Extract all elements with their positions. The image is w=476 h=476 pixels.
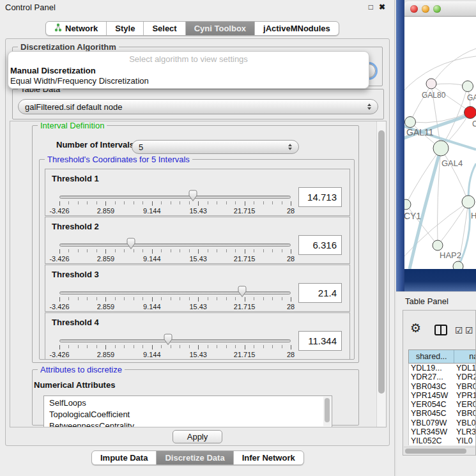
threshold-label: Threshold 4	[52, 318, 99, 327]
node-gcy1[interactable]	[404, 199, 411, 210]
slider-thumb[interactable]	[127, 238, 136, 250]
slider-thumb[interactable]	[237, 286, 247, 298]
node-gal4[interactable]	[433, 141, 449, 156]
threshold-value-field[interactable]: 14.713	[298, 187, 342, 207]
table-cell[interactable]: YER0	[455, 400, 476, 409]
table-cell[interactable]: YBR043C	[409, 382, 455, 391]
slider-major-tick	[291, 249, 291, 254]
table-cell[interactable]: YDL1	[455, 364, 476, 372]
table-cell[interactable]: YPR1	[455, 391, 476, 400]
select-all-checkbox-icon[interactable]: ☑	[455, 326, 463, 335]
node[interactable]	[463, 81, 473, 92]
table-cell[interactable]: YDL19...	[409, 364, 455, 372]
slider-tick-label: 2.859	[97, 255, 115, 263]
close-window-icon[interactable]: ✖	[379, 3, 385, 11]
threshold-slider[interactable]: -3.4262.8599.14415.4321.71528	[59, 334, 291, 359]
table-cell[interactable]: YLR3	[455, 427, 476, 436]
slider-tick-label: 28	[287, 351, 295, 358]
menu-item-equal-width-frequency[interactable]: Equal Width/Frequency Discretization	[8, 75, 369, 86]
column-header[interactable]: shared...	[409, 350, 454, 363]
table-row[interactable]: YPR145W YPR1	[409, 391, 476, 400]
table-cell[interactable]: YPR145W	[409, 391, 455, 400]
list-scrollbar[interactable]	[323, 397, 331, 426]
node-gal80[interactable]	[426, 79, 436, 89]
table-row[interactable]: YDR27... YDR2	[409, 372, 476, 381]
table-cell[interactable]: YER054C	[409, 400, 455, 409]
float-window-icon[interactable]: □	[369, 3, 373, 11]
zoom-traffic-light-icon[interactable]	[433, 5, 441, 13]
table-row[interactable]: YDL19... YDL1	[409, 364, 476, 372]
menu-item-manual-discretization[interactable]: Manual Discretization	[8, 65, 369, 75]
columns-icon[interactable]	[434, 325, 447, 335]
slider-tick-label: 15.43	[189, 303, 207, 311]
threshold-slider[interactable]: -3.4262.8599.14415.4321.71528	[59, 286, 291, 311]
minimize-traffic-light-icon[interactable]	[422, 5, 429, 13]
node-red[interactable]	[464, 107, 476, 119]
list-item[interactable]: SelfLoops	[49, 397, 332, 409]
slider-tick-label: 9.144	[143, 255, 161, 263]
number-of-intervals-label: Number of Intervals	[56, 140, 134, 150]
table-cell[interactable]: YBR0	[455, 382, 476, 391]
settings-scrollpane: Interval Definition Number of Intervals …	[10, 121, 387, 427]
apply-button[interactable]: Apply	[173, 430, 222, 443]
tab-infer-network[interactable]: Infer Network	[234, 451, 303, 464]
horizontal-scrollbar[interactable]	[404, 447, 476, 454]
tab-impute-data[interactable]: Impute Data	[92, 451, 157, 464]
table-header-row: shared... na	[408, 349, 476, 364]
numerical-attributes-list[interactable]: SelfLoops TopologicalCoefficient Between…	[43, 395, 332, 427]
table-row[interactable]: YER054C YER0	[409, 400, 476, 409]
tab-select[interactable]: Select	[144, 22, 185, 35]
node-hap2[interactable]	[433, 240, 443, 250]
node-label-hap2: HAP2	[440, 250, 461, 260]
table-data-select[interactable]: galFiltered.sif default node	[18, 99, 378, 114]
table-cell[interactable]: YIL0	[455, 436, 476, 445]
table-row[interactable]: YBR045C YBR0	[409, 409, 476, 418]
table-cell[interactable]: YIL052C	[409, 436, 455, 445]
cyni-toolbox-panel: Discretization Algorithm Table Data galF…	[5, 38, 390, 446]
table-cell[interactable]: YBR0	[455, 409, 476, 418]
slider-tick-label: 21.715	[234, 303, 256, 311]
scrollbar-thumb[interactable]	[405, 449, 466, 454]
tab-style[interactable]: Style	[107, 22, 144, 35]
close-traffic-light-icon[interactable]	[410, 5, 418, 13]
node-h[interactable]	[462, 196, 475, 208]
network-canvas[interactable]: GAL80 GA C GAL11 GAL4 GCY1 H HAP2	[404, 17, 476, 269]
threshold-value-field[interactable]: 11.344	[298, 331, 342, 351]
number-of-intervals-select[interactable]: 5	[132, 140, 299, 154]
list-item[interactable]: BetweennessCentrality	[49, 420, 332, 427]
control-panel-title: Control Panel	[5, 3, 56, 12]
threshold-slider[interactable]: -3.4262.8599.14415.4321.71528	[59, 238, 291, 263]
tab-network[interactable]: Network	[46, 22, 107, 35]
vertical-scrollbar[interactable]	[376, 121, 386, 427]
table-row[interactable]: YLR345W YLR3	[409, 427, 476, 436]
tab-jactivemnodules[interactable]: jActiveMNodules	[255, 22, 339, 35]
slider-thumb[interactable]	[188, 190, 197, 202]
table-cell[interactable]: YBR045C	[409, 409, 455, 418]
unselect-all-checkbox-icon[interactable]: ☑	[465, 326, 473, 335]
threshold-value-field[interactable]: 6.316	[298, 235, 342, 255]
tab-discretize-data[interactable]: Discretize Data	[157, 451, 233, 464]
node[interactable]	[453, 261, 463, 269]
table-panel: Table Panel ⚙ ☑ ☑ shared... na YDL19... …	[396, 291, 476, 476]
threshold-box: Threshold 4 -3.4262.8599.14415.4321.7152…	[45, 312, 350, 360]
threshold-value-field[interactable]: 21.4	[298, 283, 342, 303]
table-cell[interactable]: YBL079W	[409, 418, 455, 427]
table-cell[interactable]: YDR27...	[409, 372, 455, 381]
list-item[interactable]: TopologicalCoefficient	[49, 409, 332, 420]
threshold-slider[interactable]: -3.4262.8599.14415.4321.71528	[59, 190, 291, 215]
table-cell[interactable]: YLR345W	[409, 427, 455, 436]
table-row[interactable]: YBL079W YBL0	[409, 418, 476, 427]
node-label-gal80: GAL80	[422, 91, 446, 100]
table-row[interactable]: YBR043C YBR0	[409, 382, 476, 391]
node-gal11[interactable]	[405, 117, 416, 128]
table-row[interactable]: YIL052C YIL0	[409, 436, 476, 445]
gear-icon[interactable]: ⚙	[410, 322, 421, 334]
scrollbar-thumb[interactable]	[378, 130, 385, 394]
slider-thumb[interactable]	[164, 334, 173, 346]
tab-cyni-toolbox[interactable]: Cyni Toolbox	[186, 22, 255, 35]
column-header[interactable]: na	[454, 350, 476, 363]
table-cell[interactable]: YDR2	[455, 372, 476, 381]
attributes-group: Attributes to discretize Numerical Attri…	[32, 369, 359, 426]
slider-tick-label: 21.715	[234, 207, 256, 215]
table-cell[interactable]: YBL0	[455, 418, 476, 427]
